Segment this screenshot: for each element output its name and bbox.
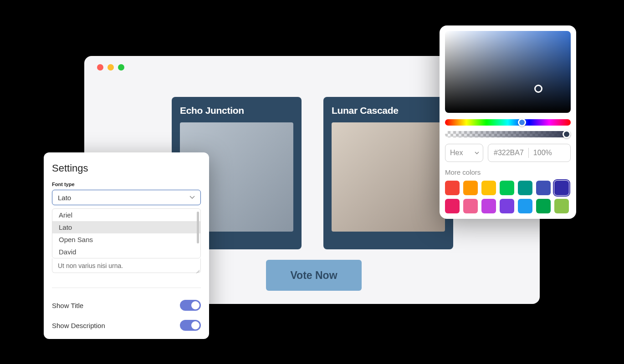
color-picker-panel: Hex #322BA7 100% More colors	[440, 25, 576, 219]
hue-slider[interactable]	[445, 119, 571, 126]
alpha-slider[interactable]	[445, 131, 571, 137]
font-option[interactable]: Lato	[52, 221, 200, 233]
font-dropdown: Ariel Lato Open Sans David	[52, 208, 201, 258]
settings-panel: Settings Font type Lato Ariel Lato Open …	[44, 152, 209, 339]
color-input-row: Hex #322BA7 100%	[445, 144, 571, 162]
color-swatch[interactable]	[554, 181, 569, 195]
show-description-toggle[interactable]	[180, 320, 201, 331]
color-swatch[interactable]	[445, 181, 460, 195]
show-title-toggle[interactable]	[180, 300, 201, 311]
font-option[interactable]: Ariel	[52, 209, 200, 221]
font-option[interactable]: Open Sans	[52, 233, 200, 246]
color-swatch[interactable]	[500, 181, 514, 195]
hex-value: #322BA7	[494, 149, 524, 157]
card-image	[332, 122, 445, 232]
color-swatch[interactable]	[518, 199, 532, 213]
vote-button[interactable]: Vote Now	[266, 260, 362, 291]
sv-cursor-icon[interactable]	[534, 85, 542, 93]
opacity-value: 100%	[533, 149, 552, 157]
font-option[interactable]: David	[52, 246, 200, 258]
description-textarea[interactable]: Ut non varius nisi urna.	[52, 258, 201, 273]
more-colors-label: More colors	[445, 168, 571, 176]
color-format-select[interactable]: Hex	[445, 144, 483, 162]
font-type-label: Font type	[52, 182, 201, 187]
toggle-knob	[191, 301, 199, 309]
font-select[interactable]: Lato	[52, 190, 201, 205]
minimize-icon[interactable]	[107, 64, 114, 71]
font-select-value: Lato	[58, 194, 71, 202]
dropdown-scrollbar[interactable]	[197, 212, 199, 243]
chevron-down-icon	[189, 196, 195, 199]
color-swatch[interactable]	[500, 199, 514, 213]
card-title: Lunar Cascade	[332, 105, 445, 116]
color-swatch[interactable]	[463, 199, 478, 213]
toggle-row: Show Description	[52, 315, 201, 335]
format-value: Hex	[450, 149, 463, 157]
hex-input[interactable]: #322BA7 100%	[488, 144, 571, 162]
color-swatch[interactable]	[481, 181, 496, 195]
color-swatch[interactable]	[518, 181, 532, 195]
card-title: Echo Junction	[180, 105, 293, 116]
color-swatch[interactable]	[536, 199, 551, 213]
close-icon[interactable]	[97, 64, 103, 71]
chevron-down-icon	[475, 152, 479, 154]
settings-title: Settings	[52, 162, 201, 174]
alpha-thumb[interactable]	[563, 130, 571, 138]
color-swatch[interactable]	[481, 199, 496, 213]
color-swatch[interactable]	[554, 199, 569, 213]
swatch-grid	[445, 181, 571, 213]
saturation-value-area[interactable]	[445, 31, 571, 113]
resize-handle-icon[interactable]	[195, 267, 199, 272]
toggle-label: Show Title	[52, 302, 83, 309]
vote-button-label: Vote Now	[290, 269, 337, 282]
textarea-text: Ut non varius nisi urna.	[58, 262, 123, 269]
toggle-row: Show Title	[52, 295, 201, 315]
poll-card[interactable]: Lunar Cascade	[323, 97, 453, 249]
color-swatch[interactable]	[536, 181, 551, 195]
color-swatch[interactable]	[445, 199, 460, 213]
hue-thumb[interactable]	[518, 118, 526, 126]
toggle-label: Show Description	[52, 322, 105, 329]
maximize-icon[interactable]	[118, 64, 124, 71]
input-divider	[528, 148, 529, 158]
divider	[52, 288, 201, 288]
toggle-knob	[191, 321, 199, 329]
color-swatch[interactable]	[463, 181, 478, 195]
